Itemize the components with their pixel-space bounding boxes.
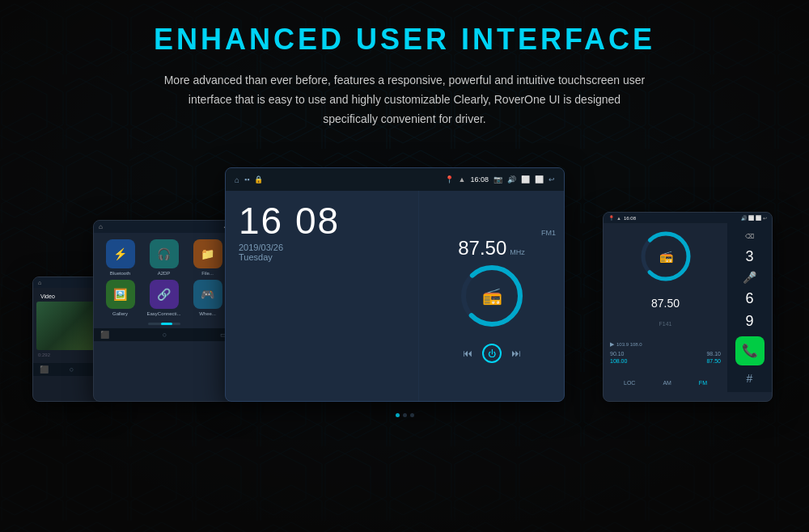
wifi-icon: ▲ <box>459 175 466 184</box>
rs-call-button[interactable]: 📞 <box>735 336 765 365</box>
screens-container: ⌂ ▪▪▪ Video 0:292 ⬛ ○ ▭ ⌂ <box>0 151 809 410</box>
fm-label: FM1 <box>427 229 556 237</box>
rs-mic-icon: 🎤 <box>743 271 756 284</box>
rs-band-list: ▶ 103.9 108.0 90.10 98.10 108.00 87.50 <box>607 338 724 367</box>
rs-fm: FM <box>699 380 707 386</box>
screen-right: 📍 ▲ 16:08 🔊 ⬜ ⬜ ↩ <box>603 212 773 402</box>
dot-1 <box>396 413 400 417</box>
freq-value: 87.50 <box>458 237 506 260</box>
rs-keypad: ⌫ 3 🎤 6 9 📞 # <box>727 223 772 392</box>
screen-icon: ⬜ <box>521 175 530 184</box>
ls-a2dp-icon: 🎧 <box>150 239 179 268</box>
rs-back: ↩ <box>763 215 767 221</box>
location-icon: 📍 <box>445 175 454 184</box>
page-content: ENHANCED USER INTERFACE More advanced th… <box>0 0 809 417</box>
ls-header: ⌂ ▪▪▪ <box>94 221 234 233</box>
screen-center: ⌂ ▪▪ 🔒 📍 ▲ 16:08 📷 🔊 ⬜ ⬜ ↩ <box>225 167 565 402</box>
power-btn[interactable]: ⏻ <box>482 344 502 363</box>
ls-app-file[interactable]: 📁 File... <box>188 239 227 276</box>
screen2-icon: ⬜ <box>535 175 544 184</box>
rs-time: 16:08 <box>624 216 636 221</box>
rs-num-9[interactable]: 9 <box>745 313 753 330</box>
ls-app-easyconnect[interactable]: 🔗 EasyConnecti... <box>144 280 184 316</box>
ls-wheel-label: Whee... <box>199 311 216 316</box>
ls-back-icon: ⬛ <box>100 331 109 339</box>
ls-app-bluetooth[interactable]: ⚡ Bluetooth <box>100 239 140 276</box>
ls-bottom-bar: ⬛ ○ ▭ <box>94 328 234 341</box>
dot-2 <box>403 413 407 417</box>
rs-expand: ▶ <box>610 341 614 348</box>
ls-home-icon: ⌂ <box>99 223 103 230</box>
radio-controls: ⏮ ⏻ ⏭ <box>463 344 521 363</box>
rs-range1: 103.9 108.0 <box>616 342 642 347</box>
status-time: 16:08 <box>470 175 489 184</box>
radio-gauge: 📻 <box>455 260 528 332</box>
rs-header-left: 📍 ▲ 16:08 <box>608 215 636 221</box>
home-icon: ⌂ <box>235 175 239 184</box>
ls-app-grid: ⚡ Bluetooth 🎧 A2DP 📁 File... 🖼️ Gallery … <box>94 233 234 323</box>
ls-easy-label: EasyConnecti... <box>146 311 180 316</box>
ls-app-wheel[interactable]: 🎮 Whee... <box>188 280 227 316</box>
center-status: 📍 ▲ 16:08 📷 🔊 ⬜ ⬜ ↩ <box>444 175 556 184</box>
dot-3 <box>410 413 414 417</box>
rs-gauge: 📻 <box>637 228 694 285</box>
date-display: 2019/03/26 Tuesday <box>239 243 405 262</box>
ls-scroll-bar <box>148 323 180 325</box>
rs-screen1: ⬜ <box>748 215 754 221</box>
center-nav-icons: ⌂ ▪▪ 🔒 <box>234 175 264 184</box>
ls-scroll <box>94 323 234 328</box>
ls-gallery-label: Gallery <box>112 311 128 316</box>
rs-am: AM <box>663 380 671 386</box>
lock-icon: 🔒 <box>254 175 263 184</box>
rs-freq-display: 87.50 <box>607 297 724 310</box>
svg-text:📻: 📻 <box>481 286 502 306</box>
center-header: ⌂ ▪▪ 🔒 📍 ▲ 16:08 📷 🔊 ⬜ ⬜ ↩ <box>226 168 564 191</box>
rs-arrow: ▶ 103.9 108.0 <box>610 341 721 348</box>
ls-bluetooth-label: Bluetooth <box>110 271 130 276</box>
rs-screen2: ⬜ <box>756 215 761 221</box>
rs-header-right: 🔊 ⬜ ⬜ ↩ <box>741 215 767 221</box>
rs-radio-left: 📻 87.50 F141 ▶ 103.9 108.0 90.10 98. <box>604 223 727 392</box>
power-icon: ⏻ <box>488 349 496 358</box>
ls-wheel-icon: 🎮 <box>193 280 222 309</box>
rs-num-6[interactable]: 6 <box>745 290 753 307</box>
ls-app-a2dp[interactable]: 🎧 A2DP <box>144 239 184 276</box>
freq-display: 87.50 MHz <box>458 237 525 260</box>
rs-loc-icon: 📍 <box>608 215 614 221</box>
ls-app-gallery[interactable]: 🖼️ Gallery <box>100 280 140 316</box>
rs-vol: 🔊 <box>741 215 747 221</box>
rs-freq-sub: F141 <box>607 321 724 327</box>
lf-back-icon: ⬛ <box>40 365 49 374</box>
ls-a2dp-label: A2DP <box>158 271 171 276</box>
rs-header: 📍 ▲ 16:08 🔊 ⬜ ⬜ ↩ <box>604 213 772 223</box>
ls-scroll-thumb <box>161 323 172 325</box>
clock-display: 16 08 <box>239 202 405 239</box>
back-icon: ↩ <box>549 175 555 184</box>
page-subtitle: More advanced than ever before, features… <box>162 71 647 129</box>
rs-band-row-3: 108.00 87.50 <box>610 358 721 364</box>
rs-body: 📻 87.50 F141 ▶ 103.9 108.0 90.10 98. <box>604 223 772 392</box>
prev-track-btn[interactable]: ⏮ <box>463 348 472 359</box>
center-radio-panel: FM1 87.50 MHz 📻 <box>418 191 564 401</box>
svg-text:📻: 📻 <box>659 250 673 264</box>
freq-unit: MHz <box>510 248 525 256</box>
rs-num-3[interactable]: 3 <box>745 248 753 265</box>
page-dots <box>396 413 414 417</box>
next-track-btn[interactable]: ⏭ <box>511 348 521 359</box>
ls-home-btn: ○ <box>163 331 167 339</box>
ls-bluetooth-icon: ⚡ <box>106 239 135 268</box>
center-time-panel: 16 08 2019/03/26 Tuesday <box>226 191 418 401</box>
screen-left: ⌂ ▪▪▪ ⚡ Bluetooth 🎧 A2DP 📁 File... <box>93 220 235 402</box>
rs-band-labels: LOC AM FM <box>607 378 724 387</box>
ls-easy-icon: 🔗 <box>150 280 179 309</box>
rs-signal-icon: ▲ <box>616 216 621 221</box>
rs-band-row-2: 90.10 98.10 <box>610 351 721 357</box>
rs-hash[interactable]: # <box>747 372 753 385</box>
camera-icon: 📷 <box>493 175 502 184</box>
rs-freq-98: 98.10 <box>706 351 721 357</box>
rs-freq-90: 90.10 <box>610 351 625 357</box>
rs-del-btn[interactable]: ⌫ <box>743 231 756 242</box>
ls-gallery-icon: 🖼️ <box>106 280 135 309</box>
rs-call-icon: 📞 <box>742 343 758 358</box>
center-body: 16 08 2019/03/26 Tuesday FM1 87.50 MHz <box>226 191 564 401</box>
